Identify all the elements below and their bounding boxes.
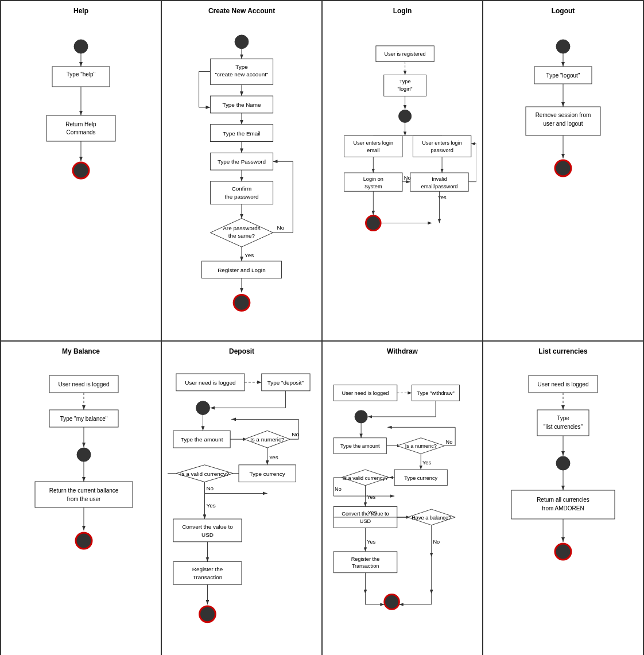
svg-text:Type the amount: Type the amount	[181, 436, 223, 443]
svg-text:User enters login: User enters login	[354, 140, 394, 146]
svg-point-76	[556, 40, 570, 53]
svg-text:Confirm: Confirm	[232, 185, 252, 192]
svg-text:Yes: Yes	[367, 494, 375, 500]
svg-text:No: No	[446, 439, 453, 445]
svg-text:user and logout: user and logout	[544, 121, 583, 127]
help-text2a: Return Help	[65, 121, 96, 127]
cell-withdraw: Withdraw User need is logged Type "withd…	[322, 341, 483, 655]
svg-rect-188	[333, 552, 397, 573]
svg-text:Type "deposit": Type "deposit"	[267, 379, 304, 386]
svg-text:Type "withdraw": Type "withdraw"	[417, 390, 454, 396]
svg-point-37	[237, 298, 246, 307]
cell-logout: Logout Type "logout" Remove session from…	[483, 1, 643, 341]
svg-text:User enters login: User enters login	[422, 140, 462, 146]
svg-text:password: password	[430, 148, 453, 153]
svg-text:Yes: Yes	[269, 454, 278, 460]
svg-text:email: email	[367, 148, 379, 153]
svg-text:Are passwords: Are passwords	[223, 225, 261, 231]
svg-point-216	[558, 547, 568, 556]
svg-text:Yes: Yes	[245, 252, 254, 258]
svg-point-94	[77, 448, 91, 462]
help-text1: Type "help"	[67, 71, 96, 77]
svg-text:"create new account": "create new account"	[215, 71, 269, 77]
svg-text:Type "logout": Type "logout"	[546, 72, 580, 79]
svg-text:Is a numeric?: Is a numeric?	[250, 436, 285, 443]
svg-point-2	[235, 35, 249, 49]
svg-text:User need is logged: User need is logged	[538, 381, 589, 387]
help-box2	[46, 115, 115, 141]
svg-text:the same?: the same?	[228, 232, 255, 239]
svg-text:Transaction: Transaction	[352, 563, 379, 569]
my-balance-title: My Balance	[7, 347, 155, 358]
svg-rect-205	[537, 410, 589, 436]
svg-text:USD: USD	[360, 518, 371, 524]
svg-rect-42	[384, 75, 426, 96]
withdraw-title: Withdraw	[328, 347, 476, 358]
svg-text:Yes: Yes	[206, 502, 215, 509]
svg-text:User need is logged: User need is logged	[59, 381, 110, 387]
list-currencies-diagram: User need is logged Type "list currencie…	[489, 364, 637, 655]
svg-text:Type "my balance": Type "my balance"	[60, 416, 108, 422]
my-balance-diagram: User need is logged Type "my balance" Re…	[7, 364, 155, 655]
svg-text:User need is logged: User need is logged	[342, 390, 389, 396]
svg-text:Return the current ballance: Return the current ballance	[49, 487, 119, 494]
svg-text:Type the Name: Type the Name	[222, 102, 261, 108]
svg-point-86	[558, 164, 568, 173]
svg-text:Login on: Login on	[363, 176, 383, 182]
svg-text:Remove session from: Remove session from	[536, 112, 591, 118]
withdraw-diagram: User need is logged Type "withdraw" Type…	[328, 364, 476, 655]
svg-point-209	[556, 456, 570, 470]
svg-text:Type the amount: Type the amount	[340, 443, 380, 449]
svg-text:Register the: Register the	[351, 556, 380, 562]
svg-rect-134	[173, 519, 242, 542]
svg-text:System: System	[364, 184, 382, 189]
create-account-title: Create New Account	[168, 7, 316, 18]
logout-diagram: Type "logout" Remove session from user a…	[489, 24, 637, 322]
help-title: Help	[7, 7, 155, 18]
cell-login: Login User is registered Type "login"	[322, 1, 483, 341]
svg-rect-138	[173, 562, 242, 585]
svg-point-110	[196, 401, 210, 415]
svg-text:Is a numeric?: Is a numeric?	[405, 443, 437, 449]
svg-rect-96	[35, 482, 133, 507]
svg-text:Type: Type	[399, 79, 411, 84]
cell-my-balance: My Balance User need is logged Type "my …	[1, 341, 161, 655]
svg-text:Yes: Yes	[368, 510, 377, 516]
svg-text:User is registered: User is registered	[385, 51, 426, 57]
svg-text:Type the Email: Type the Email	[223, 130, 261, 137]
deposit-title: Deposit	[168, 347, 316, 358]
svg-point-196	[387, 598, 396, 606]
svg-point-101	[79, 536, 88, 545]
svg-text:Register the: Register the	[192, 566, 223, 572]
create-account-diagram: Type "create new account" Type the Name …	[168, 24, 316, 334]
list-currencies-title: List currencies	[489, 347, 637, 358]
deposit-diagram: User need is logged Type "deposit" Type …	[168, 364, 316, 655]
diagram-grid: Help Type "help" Return Help Commands	[0, 0, 644, 655]
svg-text:from the user: from the user	[67, 496, 102, 502]
svg-point-46	[399, 110, 412, 122]
svg-text:email/password: email/password	[421, 184, 458, 189]
svg-text:No: No	[433, 539, 440, 545]
svg-point-143	[203, 610, 212, 619]
svg-text:from AMDOREN: from AMDOREN	[542, 505, 584, 511]
svg-text:"list currencies": "list currencies"	[544, 424, 583, 430]
svg-rect-48	[344, 136, 402, 157]
svg-point-152	[355, 410, 367, 423]
svg-text:Yes: Yes	[422, 460, 431, 466]
svg-text:Convert the value to: Convert the value to	[342, 511, 389, 517]
svg-text:Is a valid currency?: Is a valid currency?	[180, 471, 230, 477]
svg-text:the password: the password	[225, 193, 259, 200]
svg-text:User need is logged: User need is logged	[185, 379, 235, 386]
login-diagram: User is registered Type "login" User ent…	[328, 24, 476, 322]
login-title: Login	[328, 7, 476, 18]
help-start	[74, 40, 88, 53]
svg-text:Transaction: Transaction	[193, 574, 222, 580]
svg-text:Have a balance?: Have a balance?	[412, 515, 451, 521]
svg-rect-211	[511, 490, 615, 519]
svg-text:Yes: Yes	[367, 539, 375, 545]
svg-text:No: No	[335, 486, 342, 492]
svg-text:No: No	[277, 224, 285, 231]
svg-text:No: No	[404, 175, 411, 181]
help-diagram: Type "help" Return Help Commands	[7, 24, 155, 322]
svg-text:No: No	[292, 431, 299, 437]
